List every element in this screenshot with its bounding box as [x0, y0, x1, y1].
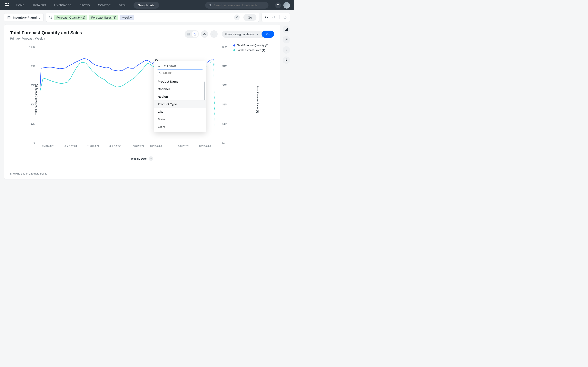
series-sales[interactable] [40, 62, 156, 91]
nav-home[interactable]: HOME [16, 4, 24, 7]
nav-data[interactable]: DATA [119, 4, 126, 7]
svg-rect-11 [187, 33, 190, 35]
drilldown-item-product-name[interactable]: Product Name [154, 78, 206, 85]
svg-rect-0 [5, 3, 7, 4]
chart-view-button[interactable] [192, 31, 198, 37]
chevron-down-icon [256, 33, 259, 35]
y-tick: 0 [34, 142, 35, 144]
search-token-attribute[interactable]: weekly [120, 15, 134, 20]
help-button[interactable]: ? [275, 2, 281, 8]
svg-point-3 [9, 7, 9, 7]
liveboard-selector[interactable]: Forecasting Liveboard [222, 31, 261, 38]
redo-button[interactable] [272, 16, 276, 19]
legend-item-quantity[interactable]: Total Forecast Quantity (1) [233, 44, 272, 47]
drilldown-item-channel[interactable]: Channel [154, 85, 206, 93]
nav-spotiq[interactable]: SPOTIQ [80, 4, 90, 7]
more-button[interactable] [210, 30, 218, 38]
svg-point-25 [286, 39, 287, 40]
bar-chart-icon [285, 28, 288, 31]
svg-rect-27 [286, 50, 286, 51]
svg-point-7 [49, 16, 52, 18]
pin-button[interactable]: Pin [261, 31, 274, 38]
search-data-button[interactable]: Search data [134, 2, 159, 8]
search-token-measure[interactable]: Forecast Sales (1) [89, 15, 118, 20]
clear-search-button[interactable] [234, 15, 240, 20]
nav-monitor[interactable]: MONITOR [98, 4, 111, 7]
chart-subtitle: Primary Forecast, Weekly [10, 37, 82, 40]
drilldown-item-region[interactable]: Region [154, 93, 206, 100]
database-icon [7, 16, 11, 19]
series-quantity[interactable] [40, 58, 156, 90]
y-axis-left-label: Total Forecast Quantity (1) [35, 84, 38, 115]
view-toggle [185, 30, 199, 38]
svg-point-20 [159, 72, 161, 73]
logo[interactable] [4, 2, 11, 8]
drilldown-item-product-type[interactable]: Product Type [154, 100, 206, 108]
table-view-button[interactable] [185, 31, 191, 37]
drilldown-list: Product Name Channel Region Product Type… [154, 78, 206, 131]
x-tick: 01/01/2022 [150, 145, 163, 148]
y-tick: 60K [31, 84, 35, 87]
gear-icon [285, 38, 288, 42]
divider [220, 31, 220, 37]
datasource-selector[interactable]: Inventory Planning [4, 13, 43, 21]
global-search-input[interactable] [214, 3, 265, 7]
share-button[interactable] [201, 30, 208, 38]
chart-area: Total Forecast Quantity (1) Total Foreca… [10, 44, 274, 171]
nav-answers[interactable]: ANSWERS [33, 4, 46, 7]
go-button[interactable]: Go [243, 14, 256, 21]
global-search[interactable] [205, 2, 268, 8]
drilldown-item-state[interactable]: State [154, 115, 206, 123]
drilldown-popover: Drill down Product Name Channel Region P… [154, 61, 206, 132]
user-avatar[interactable] [283, 2, 290, 8]
rail-info-button[interactable] [283, 46, 290, 54]
query-search-bar[interactable]: Forecast Quantity (1) Forecast Sales (1)… [46, 13, 259, 22]
search-icon [208, 4, 212, 7]
undo-redo-group [261, 13, 290, 22]
share-icon [203, 33, 206, 36]
search-icon [49, 16, 52, 19]
y-tick: 80K [31, 65, 35, 68]
search-token-measure[interactable]: Forecast Quantity (1) [54, 15, 87, 20]
arrow-up-icon [150, 158, 152, 160]
legend-dot [233, 44, 235, 47]
svg-rect-1 [8, 3, 9, 4]
scrollbar[interactable] [204, 82, 205, 100]
rail-spotiq-button[interactable] [283, 57, 290, 64]
nav-liveboards[interactable]: LIVEBOARDS [54, 4, 71, 7]
secondary-bar: Inventory Planning Forecast Quantity (1)… [0, 10, 294, 24]
drill-down-icon [157, 64, 160, 67]
drilldown-item-city[interactable]: City [154, 108, 206, 115]
x-tick: 09/01/2021 [132, 145, 144, 148]
chart-icon [193, 33, 197, 36]
drilldown-item-store[interactable]: Store [154, 123, 206, 131]
search-icon [159, 71, 162, 74]
svg-line-5 [210, 6, 211, 7]
datasource-name: Inventory Planning [13, 16, 40, 19]
close-icon [236, 16, 238, 18]
x-tick: 05/01/2022 [177, 145, 189, 148]
svg-line-8 [51, 18, 52, 19]
drilldown-search-input[interactable] [163, 71, 201, 75]
y-tick-right: $0 [222, 142, 225, 144]
pin-group: Forecasting Liveboard Pin [222, 31, 274, 38]
svg-rect-22 [285, 30, 286, 31]
rail-chart-config-button[interactable] [283, 26, 290, 33]
undo-button[interactable] [265, 16, 268, 19]
y-tick-right: $3M [222, 84, 227, 87]
main-panel: Total Forecast Quantity and Sales Primar… [4, 24, 280, 179]
drilldown-search[interactable] [157, 69, 203, 76]
reset-button[interactable] [283, 16, 287, 19]
legend-dot [233, 49, 235, 51]
more-icon [212, 34, 216, 34]
y-tick-right: $4M [222, 65, 227, 68]
svg-rect-24 [287, 28, 288, 31]
chart-title: Total Forecast Quantity and Sales [10, 30, 82, 35]
chart-legend: Total Forecast Quantity (1) Total Foreca… [233, 44, 272, 53]
sort-ascending-button[interactable] [149, 156, 153, 161]
legend-item-sales[interactable]: Total Forecast Sales (1) [233, 49, 272, 52]
y-axis-right-label: Total Forecast Sales (1) [256, 86, 259, 113]
rail-settings-button[interactable] [283, 36, 290, 43]
x-axis-label: Weekly Date [10, 156, 274, 161]
nav-items: HOME ANSWERS LIVEBOARDS SPOTIQ MONITOR D… [16, 4, 126, 7]
